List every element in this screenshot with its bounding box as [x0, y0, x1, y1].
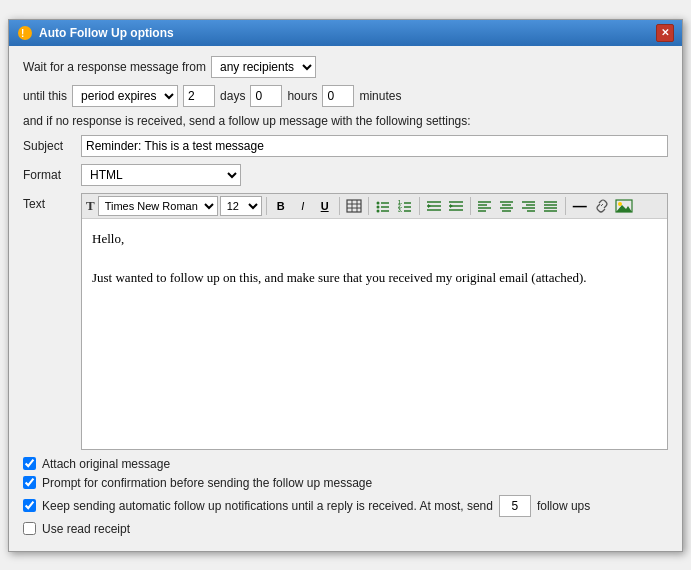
content-area: Wait for a response message from any rec…	[9, 46, 682, 551]
wait-row: Wait for a response message from any rec…	[23, 56, 668, 78]
svg-marker-46	[616, 205, 632, 212]
keep-sending-row: Keep sending automatic follow up notific…	[23, 495, 668, 517]
attach-original-row: Attach original message	[23, 457, 668, 471]
sep6	[565, 197, 566, 215]
align-right-button[interactable]	[519, 196, 539, 216]
use-read-receipt-label: Use read receipt	[42, 522, 130, 536]
prompt-confirm-row: Prompt for confirmation before sending t…	[23, 476, 668, 490]
subject-input[interactable]	[81, 135, 668, 157]
indent-less-button[interactable]	[424, 196, 444, 216]
editor-toolbar: T Times New Roman Arial Verdana Courier …	[82, 194, 667, 219]
ordered-list-icon: 1. 2. 3.	[397, 199, 413, 213]
align-justify-icon	[543, 199, 558, 213]
app-icon: !	[17, 25, 33, 41]
text-label: Text	[23, 193, 73, 211]
svg-marker-26	[450, 204, 453, 208]
underline-button[interactable]: U	[315, 196, 335, 216]
keep-sending-checkbox[interactable]	[23, 499, 36, 512]
prompt-confirm-checkbox[interactable]	[23, 476, 36, 489]
days-label: days	[220, 89, 245, 103]
svg-text:3.: 3.	[398, 207, 403, 213]
unordered-list-icon	[375, 199, 391, 213]
no-response-label: and if no response is received, send a f…	[23, 114, 471, 128]
font-select[interactable]: Times New Roman Arial Verdana Courier Ne…	[98, 196, 218, 216]
recipients-select[interactable]: any recipients all recipients	[211, 56, 316, 78]
image-icon	[615, 199, 633, 213]
prompt-confirm-label: Prompt for confirmation before sending t…	[42, 476, 372, 490]
link-button[interactable]	[592, 196, 612, 216]
editor-container: T Times New Roman Arial Verdana Courier …	[81, 193, 668, 450]
days-input[interactable]: 2	[183, 85, 215, 107]
format-label: Format	[23, 168, 73, 182]
sep3	[368, 197, 369, 215]
sep2	[339, 197, 340, 215]
svg-line-43	[601, 204, 603, 206]
title-bar-left: ! Auto Follow Up options	[17, 25, 174, 41]
subject-row: Subject	[23, 135, 668, 157]
sep5	[470, 197, 471, 215]
hr-button[interactable]: —	[570, 196, 590, 216]
indent-more-icon	[448, 199, 464, 213]
options-section: Attach original message Prompt for confi…	[23, 457, 668, 536]
wait-label: Wait for a response message from	[23, 60, 206, 74]
align-center-icon	[499, 199, 514, 213]
keep-sending-label-before: Keep sending automatic follow up notific…	[42, 499, 493, 513]
title-bar: ! Auto Follow Up options ✕	[9, 20, 682, 46]
svg-text:!: !	[21, 28, 24, 39]
svg-point-45	[618, 202, 622, 206]
table-button[interactable]	[344, 196, 364, 216]
window-title: Auto Follow Up options	[39, 26, 174, 40]
svg-marker-22	[428, 204, 431, 208]
align-center-button[interactable]	[497, 196, 517, 216]
svg-point-7	[376, 201, 379, 204]
format-row: Format HTML Plain Text Rich Text	[23, 164, 668, 186]
close-button[interactable]: ✕	[656, 24, 674, 42]
period-select[interactable]: period expires specific date	[72, 85, 178, 107]
followup-count-input[interactable]	[499, 495, 531, 517]
bold-button[interactable]: B	[271, 196, 291, 216]
format-select[interactable]: HTML Plain Text Rich Text	[81, 164, 241, 186]
attach-original-label: Attach original message	[42, 457, 170, 471]
until-label: until this	[23, 89, 67, 103]
sep4	[419, 197, 420, 215]
main-window: ! Auto Follow Up options ✕ Wait for a re…	[8, 19, 683, 552]
until-row: until this period expires specific date …	[23, 85, 668, 107]
link-icon	[594, 199, 610, 213]
ordered-list-button[interactable]: 1. 2. 3.	[395, 196, 415, 216]
image-button[interactable]	[614, 196, 634, 216]
editor-scroll: Hello, Just wanted to follow up on this,…	[82, 219, 667, 449]
use-read-receipt-checkbox[interactable]	[23, 522, 36, 535]
svg-point-9	[376, 209, 379, 212]
svg-rect-2	[347, 200, 361, 212]
no-response-row: and if no response is received, send a f…	[23, 114, 668, 128]
subject-label: Subject	[23, 139, 73, 153]
font-icon: T	[86, 198, 95, 214]
table-icon	[346, 199, 362, 213]
align-justify-button[interactable]	[541, 196, 561, 216]
keep-sending-label-after: follow ups	[537, 499, 590, 513]
size-select[interactable]: 8 9 10 11 12 14 16	[220, 196, 262, 216]
attach-original-checkbox[interactable]	[23, 457, 36, 470]
minutes-input[interactable]	[322, 85, 354, 107]
unordered-list-button[interactable]	[373, 196, 393, 216]
svg-point-8	[376, 205, 379, 208]
indent-more-button[interactable]	[446, 196, 466, 216]
minutes-label: minutes	[359, 89, 401, 103]
hours-input[interactable]	[250, 85, 282, 107]
align-right-icon	[521, 199, 536, 213]
text-row: Text T Times New Roman Arial Verdana Cou…	[23, 193, 668, 450]
italic-button[interactable]: I	[293, 196, 313, 216]
body-textarea[interactable]: Hello, Just wanted to follow up on this,…	[82, 219, 667, 449]
sep1	[266, 197, 267, 215]
hours-label: hours	[287, 89, 317, 103]
use-read-receipt-row: Use read receipt	[23, 522, 668, 536]
align-left-icon	[477, 199, 492, 213]
indent-less-icon	[426, 199, 442, 213]
align-left-button[interactable]	[475, 196, 495, 216]
